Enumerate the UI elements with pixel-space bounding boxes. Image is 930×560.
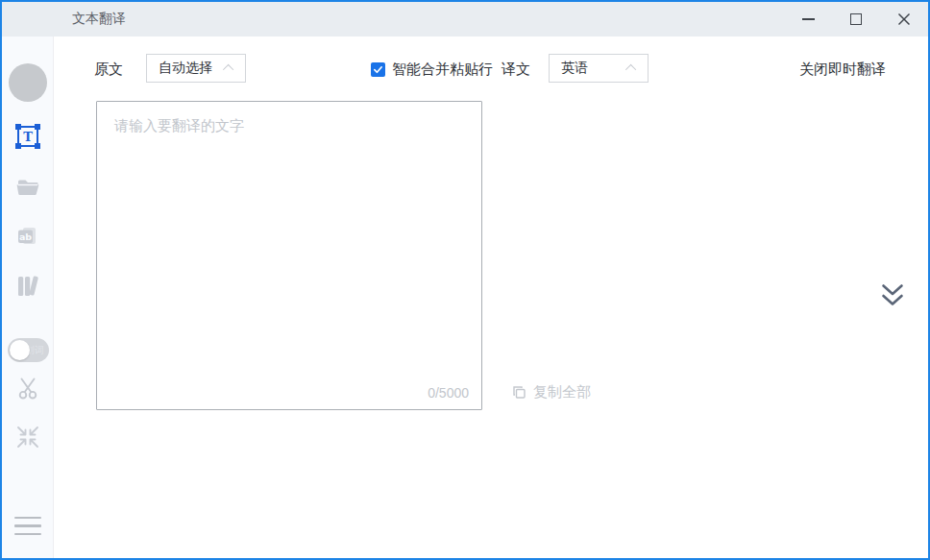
word-capture-toggle[interactable]: 划词 — [8, 338, 49, 362]
avatar[interactable] — [9, 63, 47, 102]
target-label: 译文 — [502, 61, 530, 79]
toggle-instant-translate-link[interactable]: 关闭即时翻译 — [799, 61, 886, 79]
text-select-icon: T — [14, 123, 41, 150]
window-title: 文本翻译 — [72, 11, 126, 28]
titlebar: 文本翻译 — [2, 2, 928, 37]
minimize-icon — [802, 18, 815, 20]
sidebar-menu-button[interactable] — [14, 517, 41, 535]
folder-icon — [14, 174, 41, 201]
sidebar-item-collapse-window[interactable] — [14, 424, 41, 450]
double-chevron-down-icon — [879, 281, 906, 310]
copy-all-label: 复制全部 — [533, 383, 591, 402]
source-text-input[interactable] — [96, 101, 482, 410]
sidebar-item-screenshot[interactable] — [14, 376, 41, 402]
toggle-knob-icon — [10, 340, 30, 360]
scissors-icon — [14, 376, 41, 402]
smart-merge-label: 智能合并粘贴行 — [392, 61, 493, 79]
source-language-value: 自动选择 — [159, 60, 212, 77]
close-icon — [897, 12, 911, 26]
sidebar: T ab — [2, 37, 54, 558]
svg-text:T: T — [23, 130, 33, 144]
copy-all-button[interactable]: 复制全部 — [512, 383, 591, 402]
svg-text:ab: ab — [19, 231, 32, 242]
maximize-button[interactable] — [832, 2, 880, 37]
target-language-value: 英语 — [561, 60, 588, 77]
window-controls — [784, 2, 928, 37]
chevron-up-icon — [223, 64, 233, 75]
close-button[interactable] — [880, 2, 928, 37]
sidebar-item-library[interactable] — [14, 273, 41, 300]
main-panel: 原文 自动选择 智能合并粘贴行 译文 英语 关闭即时翻译 — [54, 37, 928, 558]
books-icon — [14, 273, 41, 300]
minimize-button[interactable] — [784, 2, 832, 37]
maximize-icon — [850, 13, 862, 25]
sidebar-item-documents[interactable] — [14, 174, 41, 201]
source-editor-area: 0/5000 — [96, 101, 482, 410]
target-language-select[interactable]: 英语 — [549, 54, 649, 83]
check-icon — [373, 64, 383, 75]
sidebar-item-wordbook[interactable]: ab — [14, 223, 41, 250]
chevron-up-icon — [625, 64, 636, 75]
smart-merge-option[interactable]: 智能合并粘贴行 — [371, 61, 493, 79]
wordbook-icon: ab — [14, 223, 41, 250]
copy-icon — [512, 385, 526, 400]
app-window: 文本翻译 — [0, 0, 930, 560]
expand-more-button[interactable] — [878, 281, 907, 310]
collapse-arrows-icon — [14, 424, 41, 450]
hamburger-icon — [14, 517, 41, 519]
source-label: 原文 — [94, 61, 123, 79]
source-language-select[interactable]: 自动选择 — [146, 54, 246, 83]
smart-merge-checkbox[interactable] — [371, 62, 385, 77]
sidebar-item-text-translate[interactable]: T — [14, 123, 41, 150]
